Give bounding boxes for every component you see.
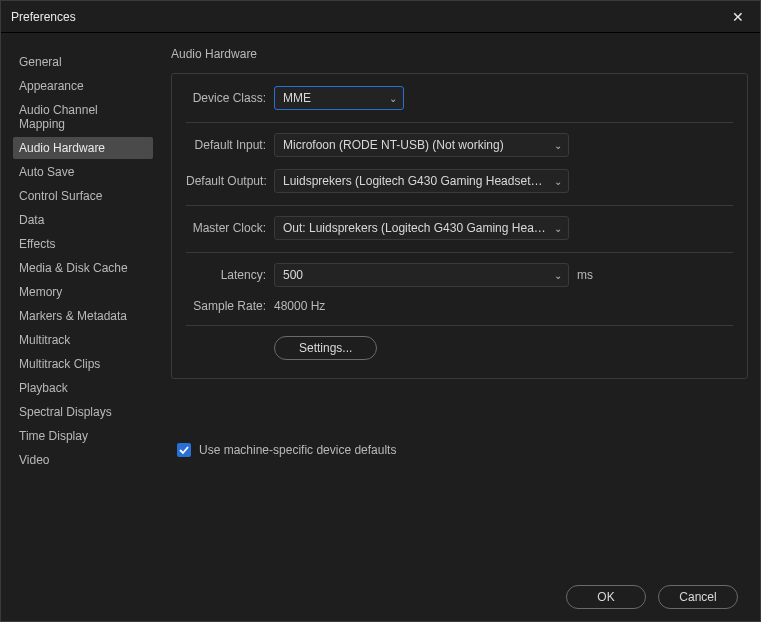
check-icon <box>179 445 189 455</box>
close-icon[interactable]: ✕ <box>726 9 750 25</box>
sidebar-item-spectral-displays[interactable]: Spectral Displays <box>13 401 153 423</box>
sidebar-item-markers-metadata[interactable]: Markers & Metadata <box>13 305 153 327</box>
sidebar-item-control-surface[interactable]: Control Surface <box>13 185 153 207</box>
section-heading: Audio Hardware <box>171 47 748 61</box>
sample-rate-value: 48000 Hz <box>274 299 325 313</box>
master-clock-select[interactable]: Out: Luidsprekers (Logitech G430 Gaming … <box>274 216 569 240</box>
chevron-down-icon: ⌄ <box>554 223 562 234</box>
dialog-footer: OK Cancel <box>1 573 760 621</box>
settings-panel: Device Class: MME ⌄ Default Input: Micro… <box>171 73 748 379</box>
latency-unit: ms <box>577 268 593 282</box>
latency-select[interactable]: 500 ⌄ <box>274 263 569 287</box>
divider <box>186 122 733 123</box>
divider <box>186 252 733 253</box>
default-output-value: Luidsprekers (Logitech G430 Gaming Heads… <box>283 174 546 188</box>
window-title: Preferences <box>11 10 726 24</box>
sidebar-item-media-disk-cache[interactable]: Media & Disk Cache <box>13 257 153 279</box>
default-input-label: Default Input: <box>186 138 266 152</box>
sidebar-item-video[interactable]: Video <box>13 449 153 471</box>
sidebar-item-memory[interactable]: Memory <box>13 281 153 303</box>
sidebar-item-playback[interactable]: Playback <box>13 377 153 399</box>
settings-button[interactable]: Settings... <box>274 336 377 360</box>
sidebar-item-auto-save[interactable]: Auto Save <box>13 161 153 183</box>
sidebar-item-effects[interactable]: Effects <box>13 233 153 255</box>
default-input-select[interactable]: Microfoon (RODE NT-USB) (Not working) ⌄ <box>274 133 569 157</box>
sidebar-item-appearance[interactable]: Appearance <box>13 75 153 97</box>
device-class-value: MME <box>283 91 311 105</box>
ok-button[interactable]: OK <box>566 585 646 609</box>
default-output-label: Default Output: <box>186 174 266 188</box>
latency-label: Latency: <box>186 268 266 282</box>
sidebar-item-time-display[interactable]: Time Display <box>13 425 153 447</box>
divider <box>186 205 733 206</box>
machine-defaults-checkbox[interactable] <box>177 443 191 457</box>
default-output-select[interactable]: Luidsprekers (Logitech G430 Gaming Heads… <box>274 169 569 193</box>
titlebar: Preferences ✕ <box>1 1 760 33</box>
chevron-down-icon: ⌄ <box>554 140 562 151</box>
device-class-select[interactable]: MME ⌄ <box>274 86 404 110</box>
category-sidebar: General Appearance Audio Channel Mapping… <box>13 47 153 569</box>
master-clock-value: Out: Luidsprekers (Logitech G430 Gaming … <box>283 221 546 235</box>
chevron-down-icon: ⌄ <box>389 93 397 104</box>
sidebar-item-general[interactable]: General <box>13 51 153 73</box>
machine-defaults-row: Use machine-specific device defaults <box>177 443 748 457</box>
default-input-value: Microfoon (RODE NT-USB) (Not working) <box>283 138 504 152</box>
sidebar-item-multitrack-clips[interactable]: Multitrack Clips <box>13 353 153 375</box>
sidebar-item-multitrack[interactable]: Multitrack <box>13 329 153 351</box>
preferences-dialog: Preferences ✕ General Appearance Audio C… <box>0 0 761 622</box>
sample-rate-label: Sample Rate: <box>186 299 266 313</box>
chevron-down-icon: ⌄ <box>554 270 562 281</box>
latency-value: 500 <box>283 268 303 282</box>
sidebar-item-audio-channel-mapping[interactable]: Audio Channel Mapping <box>13 99 153 135</box>
sidebar-item-data[interactable]: Data <box>13 209 153 231</box>
sidebar-item-audio-hardware[interactable]: Audio Hardware <box>13 137 153 159</box>
chevron-down-icon: ⌄ <box>554 176 562 187</box>
master-clock-label: Master Clock: <box>186 221 266 235</box>
divider <box>186 325 733 326</box>
machine-defaults-label: Use machine-specific device defaults <box>199 443 396 457</box>
device-class-label: Device Class: <box>186 91 266 105</box>
cancel-button[interactable]: Cancel <box>658 585 738 609</box>
